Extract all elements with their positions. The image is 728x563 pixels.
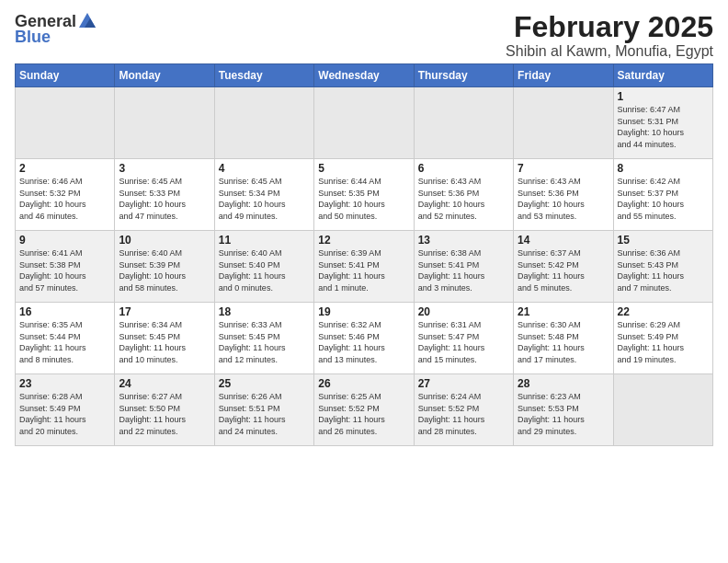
table-row: 12Sunrise: 6:39 AM Sunset: 5:41 PM Dayli… — [314, 231, 414, 303]
table-row: 23Sunrise: 6:28 AM Sunset: 5:49 PM Dayli… — [16, 374, 115, 446]
day-info: Sunrise: 6:27 AM Sunset: 5:50 PM Dayligh… — [119, 391, 210, 437]
day-info: Sunrise: 6:42 AM Sunset: 5:37 PM Dayligh… — [618, 176, 709, 222]
table-row: 28Sunrise: 6:23 AM Sunset: 5:53 PM Dayli… — [514, 374, 613, 446]
calendar-table: Sunday Monday Tuesday Wednesday Thursday… — [15, 63, 713, 446]
calendar-week-3: 9Sunrise: 6:41 AM Sunset: 5:38 PM Daylig… — [16, 231, 713, 303]
day-number: 10 — [119, 234, 210, 247]
table-row: 6Sunrise: 6:43 AM Sunset: 5:36 PM Daylig… — [414, 159, 513, 231]
day-number: 21 — [518, 305, 609, 318]
day-number: 20 — [418, 305, 509, 318]
day-number: 7 — [518, 162, 609, 175]
day-number: 17 — [119, 305, 210, 318]
day-number: 27 — [418, 377, 509, 390]
calendar-week-4: 16Sunrise: 6:35 AM Sunset: 5:44 PM Dayli… — [16, 303, 713, 374]
header: General Blue February 2025 Shibin al Kaw… — [15, 11, 713, 60]
header-wednesday: Wednesday — [314, 64, 414, 87]
table-row — [514, 87, 613, 159]
day-number: 26 — [318, 377, 409, 390]
table-row — [414, 87, 513, 159]
table-row — [613, 374, 712, 446]
table-row: 4Sunrise: 6:45 AM Sunset: 5:34 PM Daylig… — [214, 159, 313, 231]
table-row: 19Sunrise: 6:32 AM Sunset: 5:46 PM Dayli… — [314, 303, 414, 374]
table-row: 17Sunrise: 6:34 AM Sunset: 5:45 PM Dayli… — [115, 303, 214, 374]
table-row — [314, 87, 414, 159]
header-thursday: Thursday — [414, 64, 513, 87]
logo-text: General Blue — [15, 11, 98, 47]
day-info: Sunrise: 6:39 AM Sunset: 5:41 PM Dayligh… — [318, 247, 409, 293]
day-info: Sunrise: 6:37 AM Sunset: 5:42 PM Dayligh… — [518, 247, 609, 293]
month-title: February 2025 — [506, 11, 713, 43]
table-row: 9Sunrise: 6:41 AM Sunset: 5:38 PM Daylig… — [16, 231, 115, 303]
day-info: Sunrise: 6:31 AM Sunset: 5:47 PM Dayligh… — [418, 319, 509, 365]
table-row: 8Sunrise: 6:42 AM Sunset: 5:37 PM Daylig… — [613, 159, 712, 231]
table-row — [214, 87, 313, 159]
header-monday: Monday — [115, 64, 214, 87]
day-number: 8 — [618, 162, 709, 175]
calendar-week-5: 23Sunrise: 6:28 AM Sunset: 5:49 PM Dayli… — [16, 374, 713, 446]
day-number: 24 — [119, 377, 210, 390]
day-info: Sunrise: 6:40 AM Sunset: 5:40 PM Dayligh… — [219, 247, 310, 293]
day-info: Sunrise: 6:43 AM Sunset: 5:36 PM Dayligh… — [518, 176, 609, 222]
table-row: 25Sunrise: 6:26 AM Sunset: 5:51 PM Dayli… — [214, 374, 313, 446]
day-number: 25 — [219, 377, 310, 390]
location-title: Shibin al Kawm, Monufia, Egypt — [506, 43, 713, 60]
day-number: 2 — [19, 162, 110, 175]
day-info: Sunrise: 6:34 AM Sunset: 5:45 PM Dayligh… — [119, 319, 210, 365]
table-row: 21Sunrise: 6:30 AM Sunset: 5:48 PM Dayli… — [514, 303, 613, 374]
day-info: Sunrise: 6:36 AM Sunset: 5:43 PM Dayligh… — [618, 247, 709, 293]
day-info: Sunrise: 6:46 AM Sunset: 5:32 PM Dayligh… — [19, 176, 110, 222]
day-info: Sunrise: 6:41 AM Sunset: 5:38 PM Dayligh… — [19, 247, 110, 293]
logo: General Blue — [15, 11, 98, 47]
day-info: Sunrise: 6:26 AM Sunset: 5:51 PM Dayligh… — [219, 391, 310, 437]
day-number: 16 — [19, 305, 110, 318]
day-number: 4 — [219, 162, 310, 175]
header-sunday: Sunday — [16, 64, 115, 87]
header-friday: Friday — [514, 64, 613, 87]
day-number: 13 — [418, 234, 509, 247]
day-number: 5 — [318, 162, 409, 175]
table-row: 2Sunrise: 6:46 AM Sunset: 5:32 PM Daylig… — [16, 159, 115, 231]
day-info: Sunrise: 6:29 AM Sunset: 5:49 PM Dayligh… — [618, 319, 709, 365]
day-info: Sunrise: 6:45 AM Sunset: 5:33 PM Dayligh… — [119, 176, 210, 222]
day-number: 11 — [219, 234, 310, 247]
day-info: Sunrise: 6:35 AM Sunset: 5:44 PM Dayligh… — [19, 319, 110, 365]
logo-icon — [77, 11, 97, 31]
day-info: Sunrise: 6:47 AM Sunset: 5:31 PM Dayligh… — [618, 104, 709, 150]
day-info: Sunrise: 6:40 AM Sunset: 5:39 PM Dayligh… — [119, 247, 210, 293]
table-row: 14Sunrise: 6:37 AM Sunset: 5:42 PM Dayli… — [514, 231, 613, 303]
day-number: 3 — [119, 162, 210, 175]
day-info: Sunrise: 6:24 AM Sunset: 5:52 PM Dayligh… — [418, 391, 509, 437]
day-number: 14 — [518, 234, 609, 247]
table-row: 18Sunrise: 6:33 AM Sunset: 5:45 PM Dayli… — [214, 303, 313, 374]
calendar-week-1: 1Sunrise: 6:47 AM Sunset: 5:31 PM Daylig… — [16, 87, 713, 159]
day-number: 23 — [19, 377, 110, 390]
day-info: Sunrise: 6:43 AM Sunset: 5:36 PM Dayligh… — [418, 176, 509, 222]
day-info: Sunrise: 6:38 AM Sunset: 5:41 PM Dayligh… — [418, 247, 509, 293]
title-block: February 2025 Shibin al Kawm, Monufia, E… — [506, 11, 713, 60]
table-row: 3Sunrise: 6:45 AM Sunset: 5:33 PM Daylig… — [115, 159, 214, 231]
day-info: Sunrise: 6:25 AM Sunset: 5:52 PM Dayligh… — [318, 391, 409, 437]
calendar-header-row: Sunday Monday Tuesday Wednesday Thursday… — [16, 64, 713, 87]
day-info: Sunrise: 6:23 AM Sunset: 5:53 PM Dayligh… — [518, 391, 609, 437]
day-number: 1 — [618, 90, 709, 103]
table-row: 15Sunrise: 6:36 AM Sunset: 5:43 PM Dayli… — [613, 231, 712, 303]
header-saturday: Saturday — [613, 64, 712, 87]
table-row: 10Sunrise: 6:40 AM Sunset: 5:39 PM Dayli… — [115, 231, 214, 303]
table-row: 13Sunrise: 6:38 AM Sunset: 5:41 PM Dayli… — [414, 231, 513, 303]
day-info: Sunrise: 6:44 AM Sunset: 5:35 PM Dayligh… — [318, 176, 409, 222]
table-row: 16Sunrise: 6:35 AM Sunset: 5:44 PM Dayli… — [16, 303, 115, 374]
day-number: 22 — [618, 305, 709, 318]
table-row: 7Sunrise: 6:43 AM Sunset: 5:36 PM Daylig… — [514, 159, 613, 231]
day-number: 18 — [219, 305, 310, 318]
day-number: 12 — [318, 234, 409, 247]
day-number: 19 — [318, 305, 409, 318]
table-row: 5Sunrise: 6:44 AM Sunset: 5:35 PM Daylig… — [314, 159, 414, 231]
day-info: Sunrise: 6:32 AM Sunset: 5:46 PM Dayligh… — [318, 319, 409, 365]
day-info: Sunrise: 6:45 AM Sunset: 5:34 PM Dayligh… — [219, 176, 310, 222]
table-row — [16, 87, 115, 159]
day-number: 9 — [19, 234, 110, 247]
day-info: Sunrise: 6:28 AM Sunset: 5:49 PM Dayligh… — [19, 391, 110, 437]
header-tuesday: Tuesday — [214, 64, 313, 87]
table-row: 11Sunrise: 6:40 AM Sunset: 5:40 PM Dayli… — [214, 231, 313, 303]
day-number: 15 — [618, 234, 709, 247]
